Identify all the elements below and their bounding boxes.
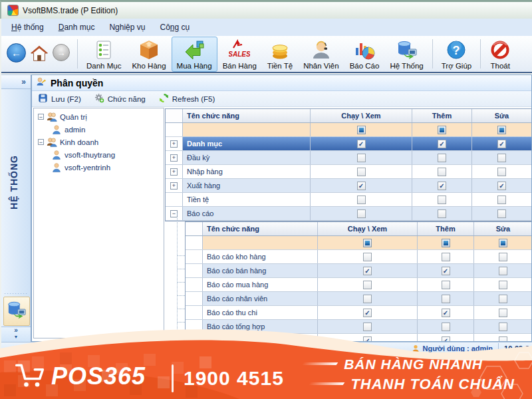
column-header-ten-chuc-nang[interactable]: Tên chức năng	[183, 109, 311, 122]
checkbox[interactable]	[438, 209, 446, 218]
grid-row-bao-cao-ban-hang[interactable]: Báo cáo bán hàng✓✓	[186, 264, 532, 278]
checkbox[interactable]: ✓	[442, 309, 450, 317]
filter-select-button[interactable]	[363, 239, 372, 247]
checkbox[interactable]	[499, 309, 507, 317]
cart-icon	[15, 362, 45, 391]
grid-row-dau-ky[interactable]: +Đầu kỳ	[166, 151, 532, 165]
checkbox[interactable]	[438, 154, 446, 162]
toolbar-button-tro-giup[interactable]: ?Trợ Giúp	[436, 37, 477, 72]
checkbox[interactable]	[363, 281, 372, 289]
grid-row-bao-cao[interactable]: −Báo cáo	[166, 207, 532, 221]
checkbox[interactable]	[442, 281, 450, 289]
checkbox[interactable]	[442, 253, 450, 261]
grid-row-xuat-hang[interactable]: +Xuất hàng✓✓✓	[166, 179, 532, 193]
tree-node-vsoft-yentrinh[interactable]: vsoft-yentrinh	[34, 161, 164, 174]
filter-select-button[interactable]	[357, 126, 366, 134]
panel-button-refresh-f5[interactable]: Refresh (F5)	[159, 93, 215, 104]
checkbox[interactable]: ✓	[363, 267, 372, 275]
grid-row-bao-cao-nhan-vien[interactable]: Báo cáo nhân viên	[186, 292, 532, 306]
checkbox[interactable]: ✓	[438, 182, 446, 190]
checkbox[interactable]	[497, 154, 506, 162]
checkbox[interactable]	[438, 168, 446, 176]
checkbox[interactable]: ✓	[357, 182, 366, 190]
column-header-sua[interactable]: Sửa	[472, 109, 532, 122]
checkbox[interactable]	[357, 154, 366, 162]
checkbox[interactable]	[357, 209, 366, 218]
sidebar-label-he-thong[interactable]: HỆ THỐNG	[9, 116, 23, 249]
toolbar-button-mua-hang[interactable]: Mua Hàng	[172, 37, 217, 72]
grid-row-bao-cao-thu-chi[interactable]: Báo cáo thu chi✓✓	[186, 306, 532, 320]
grid-cell-chay-xem	[311, 165, 412, 178]
column-header-them[interactable]: Thêm	[418, 222, 474, 235]
grid-row-tien-te[interactable]: Tiền tệ	[166, 193, 532, 207]
filter-cell-chay-xem	[318, 236, 418, 249]
checkbox[interactable]: ✓	[363, 309, 372, 317]
toolbar-button-ban-hang[interactable]: SALESBán Hàng	[217, 37, 262, 72]
toolbar-button-kho-hang[interactable]: Kho Hàng	[126, 37, 171, 72]
column-header-chay-xem[interactable]: Chạy \ Xem	[318, 222, 418, 235]
checkbox[interactable]	[363, 295, 372, 303]
grid-filter-row	[186, 236, 532, 250]
tree-expand-button[interactable]: −	[38, 114, 44, 120]
checkbox[interactable]: ✓	[438, 140, 446, 148]
checkbox[interactable]	[497, 209, 506, 218]
checkbox[interactable]	[499, 267, 507, 275]
checkbox[interactable]	[499, 281, 507, 289]
toolbar-button-danh-muc[interactable]: Danh Mục	[81, 37, 126, 72]
sidebar-system-button[interactable]	[3, 297, 30, 326]
checkbox[interactable]: ✓	[497, 140, 506, 148]
sidebar-collapse-button[interactable]: »	[1, 75, 31, 89]
checkbox[interactable]: ✓	[442, 267, 450, 275]
panel-button-luu-f2[interactable]: Lưu (F2)	[38, 93, 81, 104]
column-header-sua[interactable]: Sửa	[474, 222, 532, 235]
tree-node-quan-tri[interactable]: −Quản trị	[34, 110, 164, 123]
checkbox[interactable]	[442, 295, 450, 303]
checkbox[interactable]	[363, 253, 372, 261]
back-button[interactable]: ←	[7, 43, 26, 63]
checkbox[interactable]	[497, 168, 506, 176]
toolbar-button-bao-cao[interactable]: Báo Cáo	[344, 37, 385, 72]
sidebar-drag-handle[interactable]: ·········	[1, 290, 31, 297]
menu-item-he-thong[interactable]: Hệ thống	[4, 20, 51, 35]
checkbox[interactable]	[438, 196, 446, 204]
tree-node-admin[interactable]: admin	[34, 123, 164, 136]
grid-row-danh-muc[interactable]: +Danh mục✓✓✓	[166, 137, 532, 151]
checkbox[interactable]	[357, 168, 366, 176]
checkbox[interactable]: ✓	[497, 182, 506, 190]
menu-bar: Hệ thốngDanh mụcNghiệp vụCông cụ	[1, 19, 532, 37]
toolbar-button-he-thong[interactable]: Hệ Thống	[384, 37, 428, 72]
filter-select-button[interactable]	[442, 239, 450, 247]
toolbar-button-thoat[interactable]: Thoát	[484, 37, 516, 72]
checkbox[interactable]	[497, 196, 506, 204]
column-header-chay-xem[interactable]: Chạy \ Xem	[311, 109, 412, 122]
checkbox[interactable]: ✓	[357, 140, 366, 148]
checkbox[interactable]	[357, 196, 366, 204]
home-button[interactable]	[29, 43, 49, 62]
filter-select-button[interactable]	[438, 126, 446, 134]
grid-row-bao-cao-kho-hang[interactable]: Báo cáo kho hàng	[186, 250, 532, 264]
grid-row-indicator: +	[166, 179, 183, 192]
menu-item-nghiep-vu[interactable]: Nghiệp vụ	[102, 20, 152, 35]
row-expand-button[interactable]: +	[170, 140, 178, 148]
checkbox[interactable]	[499, 295, 507, 303]
menu-item-danh-muc[interactable]: Danh mục	[51, 20, 102, 35]
toolbar-button-nhan-vien[interactable]: Nhân Viên	[298, 37, 344, 72]
tree-node-kinh-doanh[interactable]: −Kinh doanh	[34, 136, 164, 148]
filter-select-button[interactable]	[499, 239, 507, 247]
tree-expand-button[interactable]: −	[38, 139, 44, 145]
grid-header-row: Tên chức năngChạy \ XemThêmSửa	[186, 222, 532, 236]
column-header-them[interactable]: Thêm	[412, 109, 472, 122]
row-expand-button[interactable]: +	[170, 182, 178, 190]
filter-select-button[interactable]	[497, 126, 506, 134]
forward-button[interactable]: →	[53, 44, 70, 61]
panel-button-chuc-nang[interactable]: Chức năng	[94, 93, 146, 104]
checkbox[interactable]	[499, 253, 507, 261]
menu-item-cong-cu[interactable]: Công cụ	[152, 20, 197, 35]
toolbar-button-tien-te[interactable]: Tiền Tệ	[262, 37, 298, 72]
grid-row-bao-cao-mua-hang[interactable]: Báo cáo mua hàng	[186, 278, 532, 292]
grid-row-nhap-hang[interactable]: +Nhập hàng	[166, 165, 532, 179]
row-expand-button[interactable]: +	[170, 168, 178, 176]
row-expand-button[interactable]: +	[170, 154, 178, 162]
tree-node-vsoft-thuytrang[interactable]: vsoft-thuytrang	[34, 148, 164, 161]
column-header-ten-chuc-nang[interactable]: Tên chức năng	[203, 222, 318, 235]
